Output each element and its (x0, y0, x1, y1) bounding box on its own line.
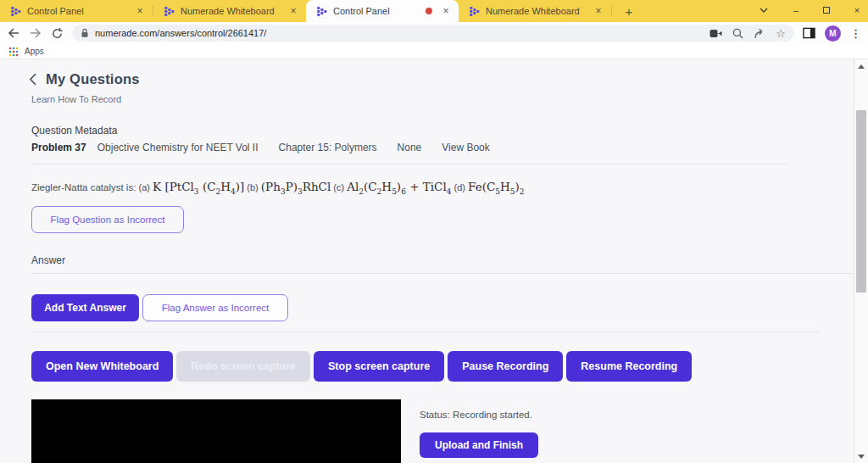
open-new-whiteboard-button[interactable]: Open New Whiteboard (31, 351, 173, 382)
new-tab-button[interactable]: + (620, 4, 637, 19)
view-book-link[interactable]: View Book (442, 142, 489, 153)
tab-numerade-whiteboard-2[interactable]: Numerade Whiteboard × (459, 0, 611, 22)
recording-status-text: Status: Recording started. (420, 410, 532, 420)
share-icon[interactable] (754, 28, 765, 39)
back-chevron-icon[interactable] (28, 72, 37, 86)
option-d-formula: Fe(C5H5)2 (468, 180, 524, 196)
question-text: Ziegler-Natta catalyst is: (a) K [PtCl3 … (31, 180, 525, 196)
numerade-favicon (164, 6, 175, 17)
upload-and-finish-button[interactable]: Upload and Finish (420, 432, 538, 458)
answer-heading: Answer (31, 254, 65, 266)
redo-screen-capture-button: Redo screen capture (176, 351, 310, 382)
address-bar[interactable]: numerade.com/answers/control/2661417/ ☆ (72, 25, 794, 42)
option-b-tag: (b) (244, 182, 261, 192)
option-d-tag: (d) (451, 182, 468, 192)
tab-capture-camera-icon[interactable] (709, 29, 722, 38)
restore-icon[interactable] (821, 5, 832, 15)
metadata-problem: Problem 37 (31, 142, 86, 153)
question-intro: Ziegler-Natta catalyst is: (31, 182, 139, 192)
side-panel-icon[interactable] (803, 27, 815, 39)
option-c-tag: (c) (331, 182, 347, 192)
add-text-answer-button[interactable]: Add Text Answer (31, 294, 139, 321)
browser-menu-icon[interactable]: ⋮ (850, 27, 861, 40)
capture-controls-row: Open New Whiteboard Redo screen capture … (31, 351, 692, 382)
tab-close-icon[interactable]: × (593, 5, 604, 17)
metadata-book: Objective Chemistry for NEET Vol II (97, 142, 259, 153)
resume-recording-button[interactable]: Resume Recording (566, 351, 692, 382)
tab-label: Numerade Whiteboard (181, 6, 281, 16)
metadata-transcript: None (398, 142, 422, 153)
tab-label: Control Panel (333, 6, 420, 16)
tab-control-panel-2-active[interactable]: Control Panel × (306, 0, 459, 22)
zoom-icon[interactable] (732, 28, 743, 39)
numerade-favicon (316, 6, 327, 17)
question-metadata-heading: Question Metadata (31, 125, 117, 137)
option-a-formula: K [PtCl3 (C2H4)] (153, 180, 244, 196)
video-preview (31, 399, 401, 463)
tab-close-icon[interactable]: × (134, 5, 146, 17)
tab-numerade-whiteboard-1[interactable]: Numerade Whiteboard × (153, 0, 306, 22)
window-close-icon[interactable]: × (851, 5, 863, 15)
apps-label: Apps (25, 47, 44, 56)
minimize-icon[interactable]: – (790, 5, 802, 15)
option-c-formula: Al2(C2H5)6 + TiCl4 (347, 180, 451, 196)
bookmarks-bar: Apps (0, 44, 868, 59)
tab-search-chevron-icon[interactable] (760, 8, 771, 13)
numerade-favicon (10, 6, 21, 17)
scrollbar-up-arrow[interactable] (854, 59, 868, 73)
lock-icon[interactable] (81, 28, 89, 38)
forward-icon[interactable] (29, 27, 42, 39)
option-a-tag: (a) (139, 182, 153, 192)
profile-avatar[interactable]: M (825, 25, 841, 42)
tab-close-icon[interactable]: × (440, 5, 452, 17)
numerade-favicon (469, 6, 480, 17)
tab-control-panel-1[interactable]: Control Panel × (0, 0, 153, 22)
option-b-formula: (Ph3P)3RhCl (261, 180, 331, 196)
apps-shortcut[interactable]: Apps (8, 47, 44, 57)
flag-answer-button[interactable]: Flag Answer as Incorrect (142, 294, 288, 321)
reload-icon[interactable] (51, 27, 64, 40)
recording-indicator-icon (426, 8, 432, 14)
browser-tab-strip: Control Panel × Numerade Whiteboard × Co… (0, 0, 868, 22)
url-text[interactable]: numerade.com/answers/control/2661417/ (95, 28, 709, 38)
stop-screen-capture-button[interactable]: Stop screen capture (314, 351, 444, 382)
tab-separator (611, 6, 612, 17)
bookmark-star-icon[interactable]: ☆ (776, 28, 786, 39)
metadata-chapter: Chapter 15: Polymers (279, 142, 377, 153)
page-title[interactable]: My Questions (46, 71, 140, 87)
scrollbar-down-arrow[interactable] (854, 449, 868, 463)
apps-grid-icon (8, 47, 19, 57)
learn-how-to-record-link[interactable]: Learn How To Record (31, 94, 121, 104)
back-icon[interactable] (7, 27, 20, 39)
pause-recording-button[interactable]: Pause Recording (448, 351, 563, 382)
divider (31, 164, 787, 165)
divider (31, 332, 820, 332)
window-controls: – × (760, 0, 863, 20)
tab-label: Numerade Whiteboard (486, 6, 587, 16)
scrollbar-thumb[interactable] (856, 110, 866, 293)
page-scrollbar[interactable] (854, 59, 868, 463)
flag-question-button[interactable]: Flag Question as Incorrect (31, 206, 184, 233)
browser-toolbar: numerade.com/answers/control/2661417/ ☆ … (0, 22, 868, 44)
question-metadata-row: Problem 37 Objective Chemistry for NEET … (31, 142, 490, 153)
divider (31, 273, 854, 274)
tab-close-icon[interactable]: × (287, 5, 299, 17)
tab-label: Control Panel (27, 6, 128, 16)
page-content: My Questions Learn How To Record Questio… (0, 59, 854, 463)
